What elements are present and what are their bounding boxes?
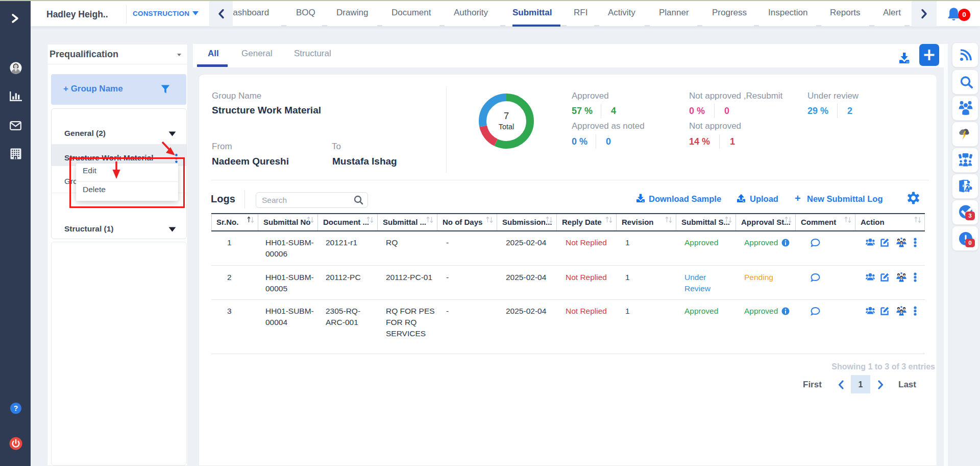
svg-text:7: 7 xyxy=(504,110,509,121)
svg-text:Total: Total xyxy=(499,123,514,131)
